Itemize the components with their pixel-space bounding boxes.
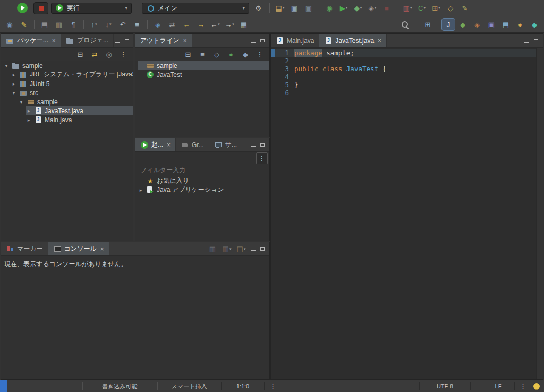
back-history-icon[interactable]: ←▾ [209, 19, 222, 30]
maximize-button[interactable] [259, 245, 267, 253]
launch-item-java[interactable]: ▸Java アプリケーション [135, 185, 269, 194]
next-edit-location-icon[interactable]: → [194, 19, 207, 30]
filter-input[interactable]: フィルター入力 [135, 165, 269, 176]
hide-non-public-icon[interactable]: ◆ [239, 48, 252, 60]
coverage-icon[interactable]: ▥▾ [401, 2, 414, 14]
outline-item-javatest[interactable]: JavaTest [135, 70, 269, 79]
outline-item-sample[interactable]: sample [135, 61, 269, 70]
last-edit-location-icon[interactable]: ↶ [116, 19, 129, 30]
perspective-team-icon[interactable]: ● [514, 19, 526, 30]
show-outline-icon[interactable]: ≡ [131, 19, 143, 30]
maximize-button[interactable] [123, 37, 131, 45]
view-menu-icon[interactable]: ⋮ [253, 48, 266, 60]
status-insert-mode[interactable]: スマート挿入 [157, 380, 221, 392]
hide-fields-icon[interactable]: ◇ [210, 48, 223, 60]
close-icon[interactable]: × [52, 37, 56, 45]
collapse-arrow-icon[interactable]: ▾ [18, 99, 24, 105]
previous-edit-location-icon[interactable]: ← [180, 19, 193, 30]
link-with-editor-icon[interactable]: ⇄ [88, 48, 101, 60]
perspective-git-icon[interactable]: ◈ [471, 19, 483, 30]
code-line-6[interactable]: 6 [271, 89, 543, 97]
minimize-button[interactable] [114, 37, 122, 45]
status-drag-handle-icon[interactable]: ⋮ [520, 383, 526, 390]
tab-package-explorer[interactable]: パッケー... × [1, 34, 61, 47]
search-icon[interactable] [398, 19, 411, 30]
pkg-item-jre-javase-17[interactable]: ▸JRE システム・ライブラリー [JavaSE-17 [1, 70, 133, 79]
create-service-icon[interactable]: ◉ [323, 2, 336, 14]
perspective-other-icon[interactable]: ◆ [528, 19, 541, 30]
open-task-icon[interactable]: ▤ [38, 19, 51, 30]
run-button[interactable] [17, 3, 28, 13]
tab-javatest-java[interactable]: JavaTest.java × [319, 34, 387, 47]
new-wizard-icon[interactable]: ▤▾ [274, 2, 286, 14]
collapse-arrow-icon[interactable]: ▾ [3, 63, 10, 69]
stop-button[interactable] [33, 2, 48, 14]
save-icon[interactable]: ▣ [288, 2, 301, 14]
pkg-item-main-java[interactable]: ▸Main.java [1, 115, 133, 124]
close-icon[interactable]: × [183, 37, 187, 45]
perspective-java-icon[interactable]: J [442, 19, 455, 30]
code-line-2[interactable]: 2 [271, 57, 543, 65]
collapse-arrow-icon[interactable]: ▾ [11, 90, 17, 96]
display-selected-console-icon[interactable]: ▦▾ [220, 243, 233, 255]
new-java-package-icon[interactable]: ⊞▾ [430, 2, 443, 14]
pkg-item-junit-5[interactable]: ▸JUnit 5 [1, 79, 133, 88]
stop-disabled-icon[interactable]: ■ [380, 2, 393, 14]
sort-icon[interactable]: ≡ [196, 48, 209, 60]
perspective-javaee-icon[interactable]: ▣ [485, 19, 498, 30]
collapse-all-icon[interactable]: ⊟ [182, 48, 194, 60]
close-icon[interactable]: × [378, 37, 381, 45]
pkg-item-sample[interactable]: ▾sample [1, 61, 133, 70]
pkg-item-sample[interactable]: ▾sample [1, 97, 133, 106]
tab-gradle[interactable]: Gr... [176, 138, 209, 151]
maximize-button[interactable] [532, 37, 540, 45]
show-whitespace-icon[interactable]: ¶ [67, 19, 80, 30]
open-type-icon[interactable]: ◇ [444, 2, 457, 14]
minimize-button[interactable] [249, 141, 257, 149]
view-menu-button[interactable]: ⋮ [256, 152, 268, 164]
close-icon[interactable]: × [167, 141, 171, 149]
pkg-item-javatest-java[interactable]: ▸JavaTest.java [1, 106, 133, 115]
next-annotation-icon[interactable]: ↓▾ [102, 19, 115, 30]
tab-console[interactable]: コンソール × [48, 242, 109, 255]
tab-servers[interactable]: サ... [209, 138, 242, 151]
perspective-debug-icon[interactable]: ◆ [456, 19, 469, 30]
forward-history-icon[interactable]: →▾ [223, 19, 236, 30]
tab-markers[interactable]: マーカー [1, 242, 48, 255]
focus-on-task-icon[interactable]: ◎ [103, 48, 115, 60]
save-all-icon[interactable]: ▣ [302, 2, 315, 14]
code-line-3[interactable]: 3public class JavaTest { [271, 65, 543, 73]
code-editor[interactable]: 1package sample;23public class JavaTest … [271, 48, 543, 380]
overview-ruler[interactable] [536, 48, 543, 379]
skip-all-breakpoints-icon[interactable]: ◉ [3, 19, 16, 30]
clear-console-icon[interactable]: ▥ [206, 243, 219, 255]
show-selected-element-icon[interactable]: ▥ [53, 19, 65, 30]
expand-arrow-icon[interactable]: ▸ [11, 72, 17, 78]
open-console-icon[interactable]: ▤▾ [235, 243, 248, 255]
profile-icon[interactable]: ◈▾ [366, 2, 379, 14]
status-drag-handle-icon[interactable]: ⋮ [270, 383, 276, 390]
code-line-4[interactable]: 4 [271, 73, 543, 81]
close-icon[interactable]: × [100, 245, 104, 253]
maximize-button[interactable] [259, 141, 267, 149]
toggle-breadcrumb-icon[interactable]: ◈ [151, 19, 164, 30]
expand-arrow-icon[interactable]: ▸ [11, 81, 17, 87]
expand-arrow-icon[interactable]: ▸ [26, 108, 32, 114]
hide-static-icon[interactable]: ● [225, 48, 237, 60]
launch-target-dropdown[interactable]: メイン ▾ [142, 3, 249, 14]
debug-last-icon[interactable]: ◆▾ [352, 2, 364, 14]
expand-arrow-icon[interactable]: ▸ [26, 117, 32, 123]
status-encoding[interactable]: UTF-8 [420, 380, 470, 392]
code-line-5[interactable]: 5} [271, 81, 543, 89]
minimize-button[interactable] [523, 37, 531, 45]
tab-outline[interactable]: アウトライン × [135, 34, 192, 47]
minimize-button[interactable] [249, 37, 257, 45]
expand-arrow-icon[interactable]: ▸ [138, 188, 144, 193]
word-wrap-icon[interactable]: ⇄ [166, 19, 178, 30]
view-menu-icon[interactable]: ⋮ [117, 48, 130, 60]
maximize-button[interactable] [259, 37, 267, 45]
tab-main-java[interactable]: Main.java [271, 34, 319, 47]
minimize-button[interactable] [249, 245, 257, 253]
format-icon[interactable]: ✎ [458, 2, 471, 14]
mark-occurrences-icon[interactable]: ✎ [18, 19, 30, 30]
